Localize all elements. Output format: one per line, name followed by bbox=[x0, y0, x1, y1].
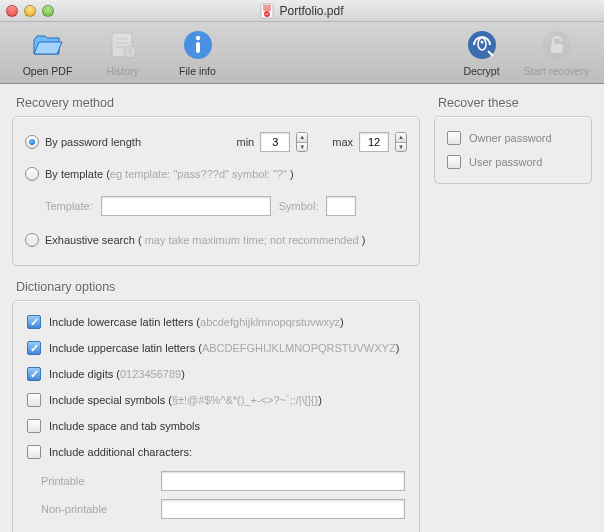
window-title: Portfolio.pdf bbox=[279, 4, 343, 18]
file-info-button[interactable]: File info bbox=[160, 28, 235, 77]
decrypt-button[interactable]: Decrypt bbox=[444, 28, 519, 77]
info-icon bbox=[181, 28, 215, 62]
history-button: History bbox=[85, 28, 160, 77]
min-input[interactable] bbox=[260, 132, 290, 152]
radio-by-template[interactable] bbox=[25, 167, 39, 181]
recovery-method-panel: By password length min ▲▼ max ▲▼ By temp… bbox=[12, 116, 420, 266]
uppercase-hint: ABCDEFGHIJKLMNOPQRSTUVWXYZ bbox=[202, 342, 396, 354]
special-label: Include special symbols ( bbox=[49, 394, 172, 406]
additional-label: Include additional characters: bbox=[49, 446, 192, 458]
toolbar-label: History bbox=[106, 65, 139, 77]
open-pdf-button[interactable]: Open PDF bbox=[10, 28, 85, 77]
checkbox-uppercase[interactable] bbox=[27, 341, 41, 355]
owner-password-label: Owner password bbox=[469, 132, 552, 144]
svg-point-1 bbox=[264, 11, 270, 17]
digits-label: Include digits ( bbox=[49, 368, 120, 380]
exhaustive-label: Exhaustive search ( bbox=[45, 234, 142, 246]
max-input[interactable] bbox=[359, 132, 389, 152]
dictionary-options-heading: Dictionary options bbox=[16, 280, 420, 294]
special-close: ) bbox=[318, 394, 322, 406]
digits-close: ) bbox=[181, 368, 185, 380]
toolbar-label: Open PDF bbox=[23, 65, 73, 77]
by-password-length-label: By password length bbox=[45, 136, 141, 148]
dictionary-options-panel: Include lowercase latin letters (abcdefg… bbox=[12, 300, 420, 532]
recover-these-heading: Recover these bbox=[438, 96, 592, 110]
uppercase-label: Include uppercase latin letters ( bbox=[49, 342, 202, 354]
max-stepper[interactable]: ▲▼ bbox=[395, 132, 407, 152]
svg-rect-0 bbox=[261, 4, 273, 18]
printable-label: Printable bbox=[41, 475, 151, 487]
toolbar-label: Start recovery bbox=[524, 65, 589, 77]
user-password-label: User password bbox=[469, 156, 542, 168]
decrypt-icon bbox=[465, 28, 499, 62]
max-label: max bbox=[332, 136, 353, 148]
min-label: min bbox=[236, 136, 254, 148]
checkbox-owner-password[interactable] bbox=[447, 131, 461, 145]
symbol-input[interactable] bbox=[326, 196, 356, 216]
by-template-close: ) bbox=[287, 168, 294, 180]
exhaustive-hint: may take maximum time; not recommended bbox=[142, 234, 362, 246]
nonprintable-label: Non-printable bbox=[41, 503, 151, 515]
radio-by-password-length[interactable] bbox=[25, 135, 39, 149]
checkbox-additional[interactable] bbox=[27, 445, 41, 459]
digits-hint: 0123456789 bbox=[120, 368, 181, 380]
titlebar: Portfolio.pdf bbox=[0, 0, 604, 22]
special-hint: §±!@#$%^&*()_+-<>?~`;:/|\[]{} bbox=[172, 394, 318, 406]
nonprintable-input[interactable] bbox=[161, 499, 405, 519]
checkbox-special[interactable] bbox=[27, 393, 41, 407]
radio-exhaustive-search[interactable] bbox=[25, 233, 39, 247]
checkbox-space-tab[interactable] bbox=[27, 419, 41, 433]
by-template-hint: eg template: "pass???d" symbol: "?" bbox=[110, 168, 287, 180]
toolbar-label: Decrypt bbox=[463, 65, 499, 77]
folder-open-icon bbox=[31, 28, 65, 62]
uppercase-close: ) bbox=[396, 342, 400, 354]
by-template-label: By template ( bbox=[45, 168, 110, 180]
template-input[interactable] bbox=[101, 196, 271, 216]
toolbar: Open PDF History File info bbox=[0, 22, 604, 84]
printable-input[interactable] bbox=[161, 471, 405, 491]
zoom-window-button[interactable] bbox=[42, 5, 54, 17]
history-icon bbox=[106, 28, 140, 62]
symbol-label: Symbol: bbox=[279, 200, 319, 212]
svg-rect-7 bbox=[196, 42, 200, 53]
space-tab-label: Include space and tab symbols bbox=[49, 420, 200, 432]
svg-rect-12 bbox=[551, 44, 563, 53]
toolbar-label: File info bbox=[179, 65, 216, 77]
close-window-button[interactable] bbox=[6, 5, 18, 17]
start-recovery-button: Start recovery bbox=[519, 28, 594, 77]
minimize-window-button[interactable] bbox=[24, 5, 36, 17]
checkbox-digits[interactable] bbox=[27, 367, 41, 381]
recovery-method-heading: Recovery method bbox=[16, 96, 420, 110]
template-label: Template: bbox=[45, 200, 93, 212]
svg-point-6 bbox=[195, 36, 199, 40]
checkbox-lowercase[interactable] bbox=[27, 315, 41, 329]
recover-these-panel: Owner password User password bbox=[434, 116, 592, 184]
min-stepper[interactable]: ▲▼ bbox=[296, 132, 308, 152]
svg-point-10 bbox=[480, 41, 483, 44]
lock-open-icon bbox=[540, 28, 574, 62]
checkbox-user-password[interactable] bbox=[447, 155, 461, 169]
exhaustive-close: ) bbox=[362, 234, 366, 246]
pdf-file-icon bbox=[260, 3, 274, 19]
lowercase-close: ) bbox=[340, 316, 344, 328]
lowercase-label: Include lowercase latin letters ( bbox=[49, 316, 200, 328]
lowercase-hint: abcdefghijklmnopqrstuvwxyz bbox=[200, 316, 340, 328]
